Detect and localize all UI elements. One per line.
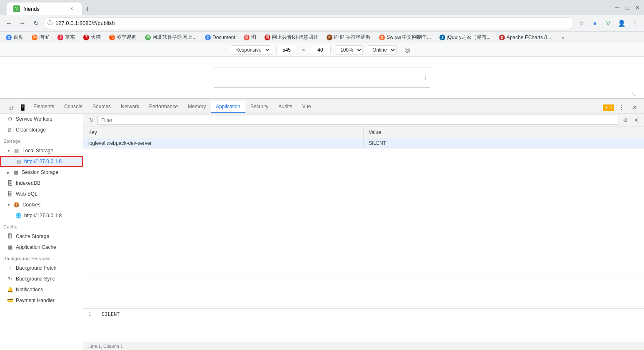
bookmark-echarts-label: Apache ECharts (i... bbox=[507, 35, 551, 40]
sidebar-item-background-sync[interactable]: ↻ Background Sync bbox=[0, 273, 83, 284]
zoom-select[interactable]: 100% bbox=[336, 45, 363, 55]
filter-input[interactable] bbox=[97, 116, 619, 125]
sidebar-item-application-cache[interactable]: ▦ Application Cache bbox=[0, 242, 83, 253]
tab-application[interactable]: Application bbox=[211, 101, 245, 113]
browser-tab[interactable]: V friends × bbox=[7, 2, 82, 15]
tab-elements[interactable]: Elements bbox=[28, 101, 59, 113]
sidebar-item-background-fetch[interactable]: ↕ Background Fetch bbox=[0, 263, 83, 273]
table-body: loglevel:webpack-dev-server SILENT bbox=[83, 138, 644, 308]
sidebar-item-cache-storage[interactable]: 🗄 Cache Storage bbox=[0, 231, 83, 242]
local-storage-expand-icon: ▼ bbox=[7, 149, 11, 153]
sidebar-item-indexeddb[interactable]: 🗄 IndexedDB bbox=[0, 178, 83, 189]
bookmark-swiper-label: Swiper中文网制作... bbox=[387, 34, 431, 41]
maximize-button[interactable]: □ bbox=[624, 4, 631, 11]
tab-vue[interactable]: Vue bbox=[297, 101, 316, 113]
tab-memory[interactable]: Memory bbox=[183, 101, 211, 113]
tab-network[interactable]: Network bbox=[116, 101, 144, 113]
bookmark-document-label: Document bbox=[212, 35, 235, 40]
bookmarks-more-button[interactable]: » bbox=[557, 32, 569, 43]
sidebar-item-cookies-url[interactable]: 🌐 http://127.0.0.1:8 bbox=[0, 210, 83, 221]
sidebar-item-session-storage[interactable]: ▶ ▦ Session Storage bbox=[0, 167, 83, 178]
tab-audits[interactable]: Audits bbox=[273, 101, 297, 113]
bookmark-php[interactable]: P PHP 字符串函数 bbox=[324, 33, 373, 42]
bookmark-gqt[interactable]: 团 网上共青团·智慧团建 bbox=[262, 33, 321, 42]
cookies-label: Cookies bbox=[22, 202, 40, 208]
bookmark-swiper[interactable]: S Swiper中文网制作... bbox=[377, 33, 434, 42]
bookmark-jquery-label: jQuery之家（漫布... bbox=[447, 34, 491, 41]
bookmark-suning-icon: 苏 bbox=[109, 35, 115, 40]
sidebar-item-cookies[interactable]: ▼ 🍪 Cookies bbox=[0, 199, 83, 210]
table-row[interactable]: loglevel:webpack-dev-server SILENT bbox=[83, 138, 644, 149]
tab-console[interactable]: Console bbox=[59, 101, 87, 113]
bookmark-echarts[interactable]: E Apache ECharts (i... bbox=[497, 34, 554, 41]
close-window-button[interactable]: ✕ bbox=[634, 4, 641, 11]
address-bar-row: ← → ↻ ⓘ ☆ ● V 👤 ⋮ bbox=[0, 15, 644, 32]
bookmark-jquery[interactable]: J jQuery之家（漫布... bbox=[437, 33, 493, 42]
bookmark-tu[interactable]: 图 图 bbox=[241, 33, 259, 42]
bookmark-taobao-label: 淘宝 bbox=[39, 34, 49, 41]
width-input[interactable] bbox=[276, 46, 297, 54]
tab-close-button[interactable]: × bbox=[68, 5, 75, 12]
lock-icon: ⓘ bbox=[47, 20, 52, 27]
local-storage-url-label: http://127.0.0.1:8 bbox=[24, 159, 62, 164]
bookmark-jd-icon: 京 bbox=[57, 35, 63, 40]
bookmark-star-button[interactable]: ☆ bbox=[576, 17, 587, 29]
preview-input-box: ⋮ bbox=[214, 67, 430, 88]
bookmark-baidu[interactable]: B 百度 bbox=[3, 33, 26, 42]
sidebar-item-notifications[interactable]: 🔔 Notifications bbox=[0, 284, 83, 295]
devtools-panel: ⊡ 📱 Elements Console Sources Network Per… bbox=[0, 98, 644, 350]
reload-button[interactable]: ↻ bbox=[30, 17, 42, 29]
menu-button[interactable]: ⋮ bbox=[629, 17, 641, 29]
bookmark-tianmao[interactable]: 天 天猫 bbox=[81, 33, 103, 42]
chrome-icon[interactable]: ● bbox=[589, 17, 601, 29]
bookmark-swiper-icon: S bbox=[379, 35, 385, 40]
bookmark-suning[interactable]: 苏 苏宁易购 bbox=[107, 33, 139, 42]
account-button[interactable]: 👤 bbox=[616, 17, 627, 29]
bookmark-document[interactable]: D Document bbox=[202, 34, 238, 41]
devtools-close-button[interactable]: ✕ bbox=[629, 102, 641, 113]
devtools-more-button[interactable]: ⋮ bbox=[616, 102, 627, 113]
bookmark-jd[interactable]: 京 京东 bbox=[55, 33, 77, 42]
tab-performance[interactable]: Performance bbox=[144, 101, 183, 113]
filter-close-button[interactable]: ✕ bbox=[632, 116, 641, 125]
filter-refresh-button[interactable]: ↻ bbox=[87, 116, 96, 125]
new-tab-button[interactable]: + bbox=[82, 3, 93, 15]
tab-sources[interactable]: Sources bbox=[87, 101, 116, 113]
sidebar-item-service-workers[interactable]: ⚙ Service Workers bbox=[0, 114, 83, 124]
bookmark-hebei-icon: 河 bbox=[145, 35, 151, 40]
vuejs-icon[interactable]: V bbox=[602, 17, 614, 29]
clear-storage-label: Clear storage bbox=[16, 127, 46, 133]
main-content: ↻ ⊘ ✕ Key Value loglevel:webpack-dev-ser… bbox=[83, 114, 644, 350]
device-toggle-button[interactable]: 📱 bbox=[17, 102, 28, 113]
inspect-element-button[interactable]: ⊡ bbox=[5, 102, 17, 113]
minimize-button[interactable]: ─ bbox=[614, 4, 621, 11]
sidebar-item-local-storage-url[interactable]: ▦ http://127.0.0.1:8 bbox=[0, 156, 83, 167]
bookmark-php-icon: P bbox=[327, 35, 332, 40]
cookies-expand-icon: ▼ bbox=[7, 203, 11, 207]
preview-corner-handle[interactable]: ⋱ bbox=[630, 90, 636, 97]
no-throttle-button[interactable]: ◎ bbox=[402, 44, 413, 56]
preview-resize-handle[interactable]: ⋮ bbox=[422, 67, 430, 87]
bookmark-gqt-label: 网上共青团·智慧团建 bbox=[272, 34, 318, 41]
forward-button[interactable]: → bbox=[17, 17, 28, 29]
responsive-select[interactable]: Responsive bbox=[231, 45, 271, 55]
sidebar-item-local-storage[interactable]: ▼ ▦ Local Storage bbox=[0, 145, 83, 156]
bookmark-hebei[interactable]: 河 河北软件学院网上... bbox=[142, 33, 199, 42]
sidebar-item-websql[interactable]: 🗄 Web SQL bbox=[0, 189, 83, 199]
notifications-label: Notifications bbox=[16, 287, 43, 293]
cookies-url-icon: 🌐 bbox=[15, 212, 22, 219]
network-select[interactable]: Online bbox=[368, 45, 397, 55]
filter-clear-button[interactable]: ⊘ bbox=[621, 116, 630, 125]
storage-category: Storage bbox=[0, 135, 83, 145]
sidebar-item-payment-handler[interactable]: 💳 Payment Handler bbox=[0, 295, 83, 306]
tab-favicon: V bbox=[13, 5, 20, 12]
height-input[interactable] bbox=[310, 46, 331, 54]
sidebar-item-clear-storage[interactable]: 🗑 Clear storage bbox=[0, 124, 83, 135]
back-button[interactable]: ← bbox=[3, 17, 15, 29]
address-input[interactable] bbox=[43, 17, 574, 29]
tab-security[interactable]: Security bbox=[245, 101, 273, 113]
bookmark-suning-label: 苏宁易购 bbox=[117, 34, 137, 41]
bookmark-taobao[interactable]: 淘 淘宝 bbox=[29, 33, 52, 42]
bookmarks-bar: B 百度 淘 淘宝 京 京东 天 天猫 苏 苏宁易购 河 河北软件学院网上...… bbox=[0, 32, 644, 43]
devtools-tab-actions: ⚠ 1 ⋮ ✕ bbox=[601, 102, 644, 113]
